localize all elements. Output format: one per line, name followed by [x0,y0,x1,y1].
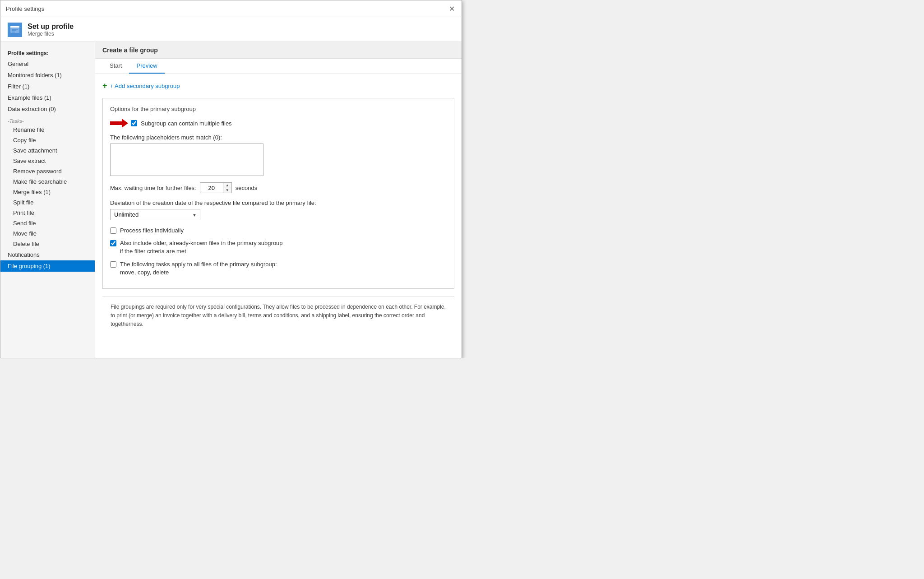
sidebar-item-make-searchable[interactable]: Make file searchable [0,176,95,187]
red-arrow-icon [110,118,128,129]
section-header: Create a file group [95,42,462,59]
main-title: Set up profile [28,23,74,31]
info-text: File groupings are required only for ver… [102,296,454,335]
svg-marker-5 [110,119,128,128]
sidebar-item-filter[interactable]: Filter (1) [0,81,95,92]
waiting-suffix: seconds [236,185,257,191]
sidebar-item-send[interactable]: Send file [0,218,95,228]
sidebar-item-merge[interactable]: Merge files (1) [0,187,95,197]
waiting-label: Max. waiting time for further files: [110,185,196,191]
header-text: Set up profile Merge files [28,23,74,37]
deviation-select-wrap: Unlimited 1 minute 5 minutes 15 minutes … [110,209,200,220]
tasks-apply-label: The following tasks apply to all files o… [120,260,277,277]
placeholder-label: The following placeholders must match (0… [110,134,447,141]
subgroup-checkbox[interactable] [131,120,137,126]
tasks-divider: -Tasks- [0,115,95,125]
main-content: Create a file group Start Preview + + Ad… [95,42,462,358]
plus-icon: + [102,81,107,91]
placeholder-textarea[interactable] [110,144,263,176]
sidebar-item-split[interactable]: Split file [0,197,95,208]
sidebar-item-remove-password[interactable]: Remove password [0,166,95,176]
subgroup-checkbox-label: Subgroup can contain multiple files [141,120,232,127]
sidebar-item-monitored[interactable]: Monitored folders (1) [0,69,95,81]
include-older-row: Also include older, already-known files … [110,239,447,255]
process-files-checkbox[interactable] [110,227,116,234]
profile-svg-icon [9,24,20,35]
sub-title: Merge files [28,31,74,37]
content-area: + + Add secondary subgroup Options for t… [95,74,462,358]
process-files-label: Process files individually [120,227,184,235]
main-window: Profile settings ✕ Set up profile Merge … [0,0,462,358]
subgroup-checkbox-row: Subgroup can contain multiple files [131,120,232,127]
sidebar-item-notifications[interactable]: Notifications [0,249,95,260]
options-box: Options for the primary subgroup Subgrou… [102,98,454,289]
tasks-apply-checkbox[interactable] [110,261,116,268]
title-bar: Profile settings ✕ [0,0,462,17]
tasks-apply-row: The following tasks apply to all files o… [110,260,447,277]
waiting-input-wrap: ▲ ▼ [200,182,232,193]
body: Profile settings: General Monitored fold… [0,42,462,358]
sidebar-item-rename[interactable]: Rename file [0,125,95,135]
waiting-row: Max. waiting time for further files: ▲ ▼… [110,182,447,193]
spinner-down[interactable]: ▼ [223,188,231,193]
sidebar-item-example[interactable]: Example files (1) [0,92,95,103]
spinner-up[interactable]: ▲ [223,183,231,188]
sidebar-item-data-extraction[interactable]: Data extraction (0) [0,103,95,115]
sidebar-item-general[interactable]: General [0,58,95,69]
sidebar-item-copy[interactable]: Copy file [0,135,95,145]
profile-icon [8,23,22,37]
options-title: Options for the primary subgroup [110,106,447,112]
title-bar-left: Profile settings [6,5,44,12]
tab-preview[interactable]: Preview [129,59,164,74]
close-button[interactable]: ✕ [447,4,456,13]
sidebar: Profile settings: General Monitored fold… [0,42,95,358]
window-title: Profile settings [6,5,44,12]
sidebar-item-print[interactable]: Print file [0,208,95,218]
waiting-spinner: ▲ ▼ [223,183,231,193]
add-secondary-label: + Add secondary subgroup [110,83,180,89]
add-secondary-button[interactable]: + + Add secondary subgroup [102,81,454,91]
sidebar-item-delete[interactable]: Delete file [0,239,95,249]
tabs: Start Preview [95,59,462,74]
header: Set up profile Merge files [0,17,462,42]
process-files-row: Process files individually [110,227,447,235]
deviation-label: Deviation of the creation date of the re… [110,199,447,206]
sidebar-item-file-grouping[interactable]: File grouping (1) [0,260,95,272]
svg-rect-1 [10,26,19,28]
sidebar-item-save-attachment[interactable]: Save attachment [0,145,95,156]
include-older-label: Also include older, already-known files … [120,239,283,255]
include-older-checkbox[interactable] [110,240,116,246]
sidebar-item-save-extract[interactable]: Save extract [0,156,95,166]
deviation-select[interactable]: Unlimited 1 minute 5 minutes 15 minutes … [110,209,200,220]
tab-start[interactable]: Start [102,59,129,74]
sidebar-item-move[interactable]: Move file [0,228,95,239]
waiting-input[interactable] [200,183,223,193]
sidebar-section-title: Profile settings: [0,46,95,58]
